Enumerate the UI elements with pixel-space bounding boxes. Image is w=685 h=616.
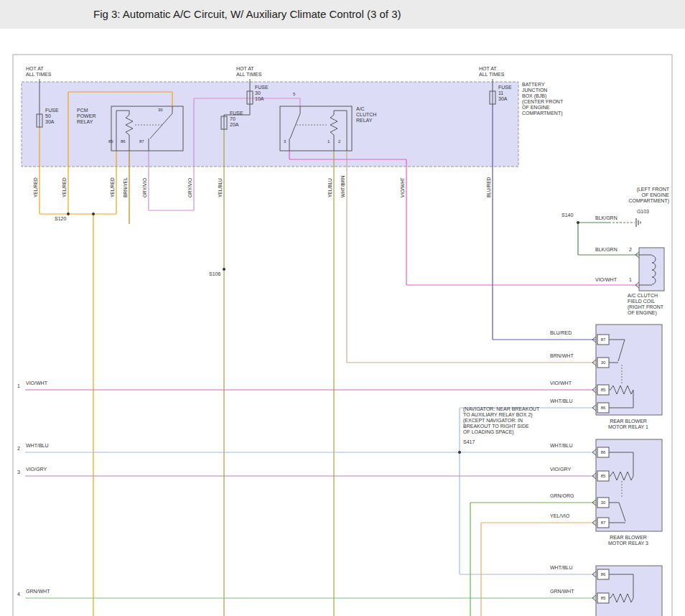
hot-label-3: HOT AT ALL TIMES	[479, 66, 504, 78]
splice-s106-label: S106	[209, 271, 220, 277]
ac-relay-label: A/C CLUTCH RELAY	[356, 106, 376, 123]
fuse-70-label: FUSE 70 20A	[230, 111, 243, 128]
field-coil-pin2-label: 2	[629, 247, 632, 253]
pcm-pin86-label: 86	[121, 139, 126, 144]
wires-yel-blu	[224, 129, 334, 616]
navigator-note: (NAVIGATOR: NEAR BREAKOUT TO AUXILIARY R…	[463, 406, 553, 435]
wire-label-gry-vio-2: GRY/VIO	[187, 178, 192, 197]
wire-label-vio-wht: VIO/WHT	[400, 177, 405, 197]
relay3-pin-86: 86	[597, 450, 609, 454]
wire-label-yel-red-1: YEL/RED	[33, 177, 38, 197]
field-coil-pin1-label: 1	[629, 277, 632, 283]
splice-s140-dot	[577, 221, 579, 224]
splice-s120-dot	[67, 213, 70, 215]
relay1-pin-85: 85	[597, 388, 609, 392]
splice-s417-dot	[458, 451, 461, 454]
ac-pin2-label: 2	[338, 139, 340, 144]
right-wire-grn-wht: GRN/WHT	[550, 589, 574, 594]
field-coil-caption: A/C CLUTCH FIELD COIL (RIGHT FRONT OF EN…	[628, 293, 663, 316]
wire-label-yel-red-3: YEL/RED	[110, 177, 115, 197]
figure-title: Fig 3: Automatic A/C Circuit, W/ Auxilia…	[93, 8, 401, 20]
title-bar: Fig 3: Automatic A/C Circuit, W/ Auxilia…	[0, 0, 685, 29]
hot-label-1: HOT AT ALL TIMES	[26, 66, 51, 78]
right-wire-wht-blu-3: WHT/BLU	[550, 565, 573, 571]
pcm-pin87-label: 87	[139, 139, 144, 144]
relay-partial-pin-85: 85	[597, 596, 609, 600]
left-wire-2-num: 2	[17, 446, 20, 452]
hot-label-2: HOT AT ALL TIMES	[236, 66, 261, 78]
ground-icon	[636, 218, 640, 227]
wire-label-yel-blu-1: YEL/BLU	[218, 178, 223, 197]
wire-label-brn-yel: BRN/YEL	[123, 177, 128, 197]
fuse-11-label: FUSE 11 30A	[498, 85, 512, 102]
relay3-pin-30: 30	[597, 500, 609, 505]
pcm-relay-label: PCM POWER RELAY	[77, 108, 95, 125]
battery-junction-box	[22, 82, 518, 167]
splice-s140-label: S140	[561, 213, 573, 218]
relay1-caption: REAR BLOWER MOTOR RELAY 1	[593, 419, 663, 430]
fuse-30-label: FUSE 30 10A	[255, 85, 269, 102]
bjb-label: BATTERY JUNCTION BOX (BJB) (CENTER FRONT…	[522, 82, 563, 116]
ground-location-label: (LEFT FRONT OF ENGINE COMPARTMENT)	[603, 187, 669, 204]
right-wire-blu-red: BLU/RED	[550, 330, 572, 336]
left-wire-4-label: GRN/WHT	[26, 589, 50, 594]
wire-label-yel-blu-2: YEL/BLU	[327, 178, 332, 197]
field-coil-pin2-wire-label: BLK/GRN	[595, 247, 618, 253]
relay3-caption: REAR BLOWER MOTOR RELAY 3	[593, 535, 663, 546]
ground-id-label: G103	[616, 209, 649, 215]
relay1-pin-30: 30	[597, 360, 609, 365]
splice-s417-label: S417	[463, 439, 475, 445]
right-wire-brn-wht: BRN/WHT	[550, 353, 574, 359]
pcm-pin85-label: 85	[108, 139, 113, 144]
pcm-pin30-label: 30	[158, 108, 163, 113]
left-wire-1-label: VIO/WHT	[26, 381, 47, 386]
splice-s120-label: S120	[55, 216, 66, 222]
wire-label-blu-red: BLU/RED	[486, 177, 491, 197]
right-wire-wht-blu-1: WHT/BLU	[550, 398, 573, 404]
relay-partial-pin-86: 86	[597, 572, 609, 577]
field-coil-box	[639, 248, 664, 291]
relay1-pin-86: 86	[597, 406, 609, 410]
field-coil-pin1-wire-label: VIO/WHT	[595, 277, 617, 283]
wire-label-wht-brn: WHT/BRN	[340, 176, 345, 197]
left-wire-4-num: 4	[17, 592, 20, 597]
right-wire-wht-blu-2: WHT/BLU	[550, 443, 573, 449]
left-wire-1-num: 1	[17, 383, 20, 389]
wire-label-gry-vio-1: GRY/VIO	[142, 178, 147, 197]
relay3-pin-87: 87	[597, 521, 609, 525]
left-wire-3-num: 3	[17, 470, 20, 475]
wire-label-yel-red-2: YEL/RED	[62, 177, 67, 197]
relay-dashed-links	[135, 125, 622, 498]
wires-grn-org	[470, 503, 596, 616]
ground-wire-label: BLK/GRN	[595, 215, 618, 221]
right-wire-vio-gry: VIO/GRY	[550, 467, 571, 472]
wiring-diagram-canvas	[0, 0, 685, 616]
right-wire-yel-vio: YEL/VIO	[550, 513, 569, 519]
wires-yel-vio	[481, 523, 596, 616]
ac-pin5-label: 5	[293, 92, 295, 97]
relay3-pin-85: 85	[597, 474, 609, 478]
ac-pin1-label: 1	[327, 139, 330, 144]
ac-pin3-label: 3	[284, 139, 286, 144]
right-wire-grn-org: GRN/ORG	[550, 493, 574, 499]
left-wire-3-label: VIO/GRY	[26, 467, 47, 472]
left-wire-2-label: WHT/BLU	[26, 443, 49, 449]
wires-yel-red	[39, 92, 172, 616]
splice-s106-dot	[223, 268, 225, 271]
relay1-pin-87: 87	[597, 337, 609, 342]
wiring-diagram-page: Fig 3: Automatic A/C Circuit, W/ Auxilia…	[0, 0, 685, 616]
right-wire-vio-wht: VIO/WHT	[550, 381, 572, 386]
fuse-50-label: FUSE 50 30A	[45, 108, 59, 125]
